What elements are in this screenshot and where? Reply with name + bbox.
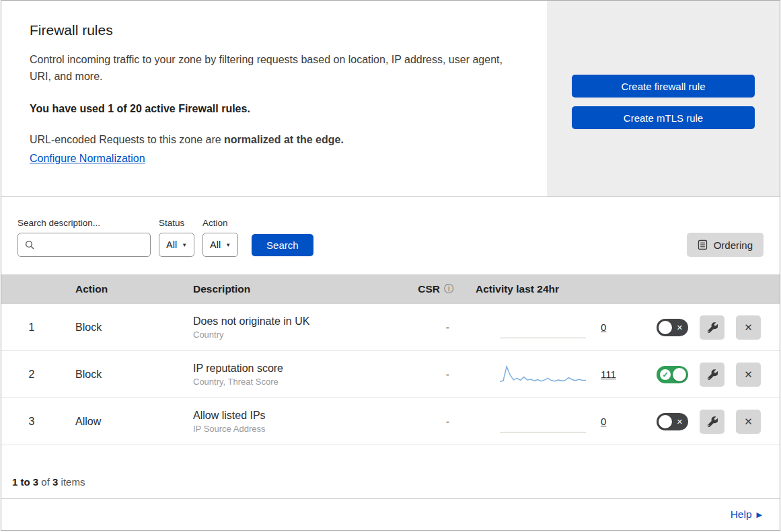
chevron-down-icon: ▼ xyxy=(182,242,187,248)
rule-controls: ✓ ✕ ✕ xyxy=(627,315,780,340)
activity-sparkline xyxy=(500,364,586,385)
rule-description-cell: Does not originate in UK Country xyxy=(180,315,398,340)
rule-description-link[interactable]: Does not originate in UK xyxy=(193,315,398,328)
rule-activity-cell: 111 xyxy=(459,364,627,385)
wrench-icon xyxy=(707,416,718,427)
action-filter-group: Action All ▼ xyxy=(202,218,238,257)
table-row: 3 Allow Allow listed IPs IP Source Addre… xyxy=(1,398,780,445)
rule-description-link[interactable]: Allow listed IPs xyxy=(193,410,398,422)
table-row: 1 Block Does not originate in UK Country… xyxy=(1,304,780,351)
csr-column-header: CSR ⓘ xyxy=(398,283,459,295)
info-icon[interactable]: ⓘ xyxy=(444,283,453,295)
rule-controls: ✓ ✕ ✕ xyxy=(627,363,780,387)
ordering-list-icon xyxy=(698,239,708,250)
delete-rule-button[interactable]: ✕ xyxy=(736,410,761,434)
toggle-knob xyxy=(673,368,686,381)
enable-toggle[interactable]: ✓ ✕ xyxy=(657,366,688,383)
normalization-text: URL-encoded Requests to this zone are no… xyxy=(30,134,520,146)
rule-activity-cell: 0 xyxy=(459,410,627,432)
status-filter-group: Status All ▼ xyxy=(159,218,194,257)
rule-csr-value: - xyxy=(398,416,459,428)
wrench-icon xyxy=(707,322,718,333)
items-total: 3 xyxy=(52,476,58,488)
create-firewall-rule-button[interactable]: Create firewall rule xyxy=(572,75,755,98)
search-group: Search description... xyxy=(17,218,151,257)
normalization-bold: normalized at the edge. xyxy=(224,134,344,145)
rule-csr-value: - xyxy=(398,321,459,334)
items-range: 1 to 3 xyxy=(12,476,38,488)
header-text-block: Firewall rules Control incoming traffic … xyxy=(1,1,547,196)
help-link[interactable]: Help ▶ xyxy=(731,508,762,521)
ordering-button[interactable]: Ordering xyxy=(687,233,764,257)
search-button[interactable]: Search xyxy=(252,234,313,256)
action-panel: Create firewall rule Create mTLS rule xyxy=(547,1,780,196)
items-of: of xyxy=(41,476,50,488)
wrench-icon xyxy=(707,369,718,380)
enable-toggle[interactable]: ✓ ✕ xyxy=(657,319,688,336)
action-column-header: Action xyxy=(62,283,180,295)
firewall-rules-page: Firewall rules Control incoming traffic … xyxy=(1,0,780,531)
rule-fields: IP Source Address xyxy=(193,424,398,434)
check-icon: ✓ xyxy=(660,369,671,380)
usage-summary: You have used 1 of 20 active Firewall ru… xyxy=(30,103,520,115)
action-label: Action xyxy=(202,218,238,228)
rule-fields: Country, Threat Score xyxy=(193,377,398,387)
normalization-prefix: URL-encoded Requests to this zone are xyxy=(30,134,224,145)
activity-sparkline xyxy=(500,410,586,432)
activity-count-link[interactable]: 111 xyxy=(601,369,616,380)
ordering-button-label: Ordering xyxy=(714,239,753,251)
edit-rule-button[interactable] xyxy=(700,315,724,340)
help-bar: Help ▶ xyxy=(1,498,780,530)
delete-rule-button[interactable]: ✕ xyxy=(736,363,761,387)
rule-description-link[interactable]: IP reputation score xyxy=(193,363,398,375)
configure-normalization-link[interactable]: Configure Normalization xyxy=(30,153,145,164)
activity-column-header: Activity last 24hr xyxy=(459,283,627,295)
rule-priority: 2 xyxy=(1,369,62,381)
table-row: 2 Block IP reputation score Country, Thr… xyxy=(1,351,780,398)
page-header: Firewall rules Control incoming traffic … xyxy=(1,1,780,197)
help-link-label: Help xyxy=(731,508,752,521)
rule-action: Block xyxy=(62,369,180,381)
status-value: All xyxy=(166,239,177,250)
rule-action: Block xyxy=(62,321,180,334)
table-footer: 1 to 3 of 3 items xyxy=(1,445,780,498)
status-label: Status xyxy=(159,218,194,228)
rule-csr-value: - xyxy=(398,369,459,381)
rule-description-cell: IP reputation score Country, Threat Scor… xyxy=(180,363,398,387)
chevron-down-icon: ▼ xyxy=(225,242,231,248)
activity-count-link[interactable]: 0 xyxy=(601,416,606,427)
enable-toggle[interactable]: ✓ ✕ xyxy=(657,413,688,430)
rule-priority: 3 xyxy=(1,416,62,428)
x-icon: ✕ xyxy=(677,324,683,331)
items-word: items xyxy=(61,476,85,488)
close-icon: ✕ xyxy=(744,321,753,334)
toggle-knob xyxy=(659,415,672,428)
create-mtls-rule-button[interactable]: Create mTLS rule xyxy=(572,106,755,129)
delete-rule-button[interactable]: ✕ xyxy=(736,315,761,340)
page-title: Firewall rules xyxy=(30,22,520,38)
page-description: Control incoming traffic to your zone by… xyxy=(30,52,520,85)
search-icon xyxy=(25,240,34,250)
action-value: All xyxy=(210,239,221,250)
edit-rule-button[interactable] xyxy=(700,363,724,387)
search-box[interactable] xyxy=(17,233,151,257)
close-icon: ✕ xyxy=(744,416,753,428)
activity-count-link[interactable]: 0 xyxy=(601,321,606,333)
table-header-row: Action Description CSR ⓘ Activity last 2… xyxy=(1,274,780,304)
rule-fields: Country xyxy=(193,330,398,340)
table-body: 1 Block Does not originate in UK Country… xyxy=(1,304,780,445)
status-select[interactable]: All ▼ xyxy=(159,233,194,257)
action-select[interactable]: All ▼ xyxy=(202,233,238,257)
csr-header-label: CSR xyxy=(418,283,440,295)
x-icon: ✕ xyxy=(677,418,683,425)
description-column-header: Description xyxy=(180,283,398,295)
rule-action: Allow xyxy=(62,416,180,428)
rule-activity-cell: 0 xyxy=(459,316,627,338)
edit-rule-button[interactable] xyxy=(700,410,724,434)
rule-description-cell: Allow listed IPs IP Source Address xyxy=(180,410,398,434)
search-label: Search description... xyxy=(17,218,151,228)
close-icon: ✕ xyxy=(744,369,753,381)
activity-sparkline xyxy=(500,316,586,338)
search-input[interactable] xyxy=(38,239,143,251)
rule-priority: 1 xyxy=(1,321,62,334)
